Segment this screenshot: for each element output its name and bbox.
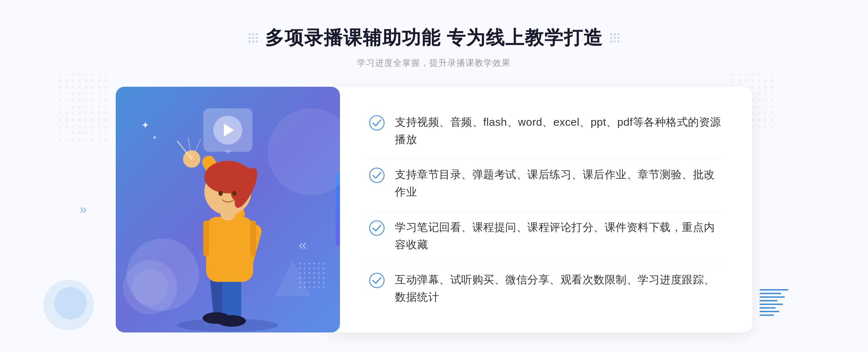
page-title: 多项录播课辅助功能 专为线上教学打造 [265, 25, 603, 51]
svg-point-29 [370, 273, 384, 288]
check-icon-4 [369, 272, 385, 288]
feature-text-2: 支持章节目录、弹题考试、课后练习、课后作业、章节测验、批改作业 [395, 166, 723, 201]
bg-dots-left [58, 72, 109, 145]
arrow-left-decoration: » [80, 202, 87, 217]
title-decoration-left [248, 33, 258, 43]
main-content: » ✦ ✦ [116, 87, 752, 332]
feature-item-1: 支持视频、音频、flash、word、excel、ppt、pdf等各种格式的资源… [369, 106, 723, 155]
page-wrapper: 多项录播课辅助功能 专为线上教学打造 学习进度全掌握，提升录播课教学效果 » ✦… [0, 0, 868, 352]
svg-point-28 [370, 221, 384, 235]
feature-text-3: 学习笔记回看、课程提问、课程评论打分、课件资料下载，重点内容收藏 [395, 219, 723, 253]
dot-grid-left [248, 33, 258, 43]
header-section: 多项录播课辅助功能 专为线上教学打造 学习进度全掌握，提升录播课教学效果 [248, 25, 620, 69]
feature-item-2: 支持章节目录、弹题考试、课后练习、课后作业、章节测验、批改作业 [369, 158, 723, 208]
check-icon-3 [369, 220, 385, 236]
svg-point-26 [370, 116, 384, 130]
dot-grid-right [610, 33, 620, 43]
svg-rect-21 [250, 220, 256, 257]
svg-point-27 [370, 168, 384, 183]
right-features-card: 支持视频、音频、flash、word、excel、ppt、pdf等各种格式的资源… [329, 87, 752, 332]
header-title-row: 多项录播课辅助功能 专为线上教学打造 [248, 25, 620, 51]
feature-text-1: 支持视频、音频、flash、word、excel、ppt、pdf等各种格式的资源… [395, 113, 723, 148]
svg-rect-20 [203, 220, 209, 257]
svg-rect-1 [58, 72, 109, 145]
page-subtitle: 学习进度全掌握，提升录播课教学效果 [248, 57, 620, 69]
check-icon-2 [369, 167, 385, 183]
stripe-decoration [760, 289, 788, 316]
triangle-deco [275, 260, 311, 296]
feature-text-4: 互动弹幕、试听购买、微信分享、观看次数限制、学习进度跟踪、数据统计 [395, 271, 723, 306]
svg-point-18 [218, 191, 223, 196]
title-decoration-right [610, 33, 620, 43]
chevron-deco: « [299, 237, 304, 253]
check-icon-1 [369, 115, 385, 131]
svg-point-19 [232, 191, 237, 196]
feature-item-4: 互动弹幕、试听购买、微信分享、观看次数限制、学习进度跟踪、数据统计 [369, 263, 723, 313]
left-illustration-card: ✦ ✦ [116, 87, 340, 332]
svg-point-8 [217, 315, 246, 327]
sparkle-1: ✦ [141, 119, 149, 131]
feature-item-3: 学习笔记回看、课程提问、课程评论打分、课件资料下载，重点内容收藏 [369, 211, 723, 261]
bg-circle-group [43, 280, 94, 330]
blue-accent-bar [336, 173, 340, 246]
svg-marker-25 [275, 260, 311, 296]
